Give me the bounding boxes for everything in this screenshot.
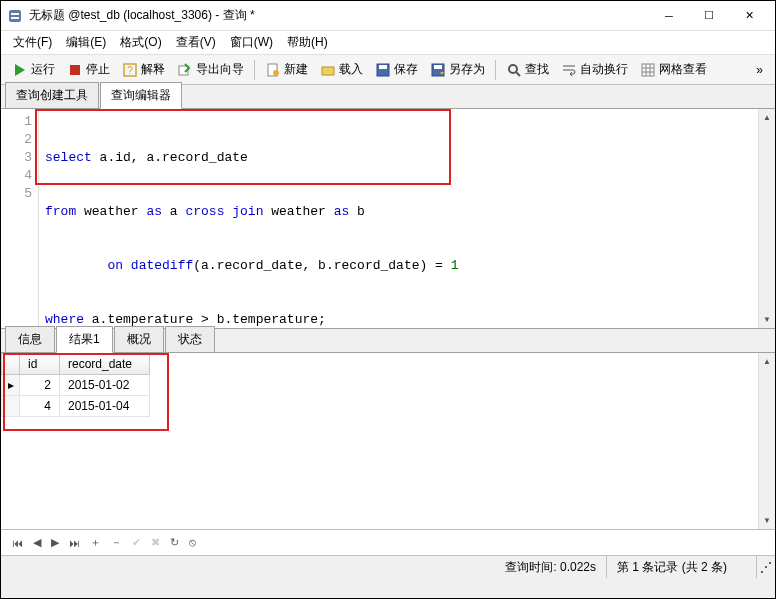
menu-format[interactable]: 格式(O): [114, 32, 167, 53]
nav-stop-icon[interactable]: ⦸: [186, 534, 199, 551]
window-title: 无标题 @test_db (localhost_3306) - 查询 *: [29, 7, 649, 24]
explain-label: 解释: [141, 61, 165, 78]
svg-rect-14: [434, 65, 442, 69]
new-button[interactable]: 新建: [260, 59, 313, 80]
code-area[interactable]: select a.id, a.record_date from weather …: [39, 109, 758, 328]
load-icon: [320, 62, 336, 78]
menu-bar: 文件(F) 编辑(E) 格式(O) 查看(V) 窗口(W) 帮助(H): [1, 31, 775, 55]
svg-rect-4: [70, 65, 80, 75]
nav-cancel-icon[interactable]: ✖: [148, 534, 163, 551]
line-gutter: 12345: [1, 109, 39, 328]
nav-first-icon[interactable]: ⏮: [9, 535, 26, 551]
status-bar: 查询时间: 0.022s 第 1 条记录 (共 2 条) ⋰: [1, 555, 775, 578]
gridview-label: 网格查看: [659, 61, 707, 78]
tab-status[interactable]: 状态: [165, 326, 215, 352]
save-icon: [375, 62, 391, 78]
saveas-icon: [430, 62, 446, 78]
cell-record-date[interactable]: 2015-01-04: [60, 396, 150, 417]
svg-rect-1: [11, 13, 19, 15]
close-button[interactable]: ✕: [729, 2, 769, 30]
scroll-up-icon[interactable]: ▲: [759, 353, 775, 370]
run-button[interactable]: 运行: [7, 59, 60, 80]
minimize-button[interactable]: ─: [649, 2, 689, 30]
wrap-button[interactable]: 自动换行: [556, 59, 633, 80]
nav-delete-icon[interactable]: －: [108, 533, 125, 552]
saveas-label: 另存为: [449, 61, 485, 78]
load-button[interactable]: 载入: [315, 59, 368, 80]
svg-rect-12: [379, 65, 387, 69]
explain-button[interactable]: ?解释: [117, 59, 170, 80]
toolbar-overflow[interactable]: »: [750, 61, 769, 79]
nav-check-icon[interactable]: ✔: [129, 534, 144, 551]
tab-query-builder[interactable]: 查询创建工具: [5, 82, 99, 108]
play-icon: [12, 62, 28, 78]
tab-info[interactable]: 信息: [5, 326, 55, 352]
menu-help[interactable]: 帮助(H): [281, 32, 334, 53]
cell-record-date[interactable]: 2015-01-02: [60, 375, 150, 396]
saveas-button[interactable]: 另存为: [425, 59, 490, 80]
row-indicator: [2, 396, 20, 417]
tab-result1[interactable]: 结果1: [56, 326, 113, 353]
cell-id[interactable]: 4: [20, 396, 60, 417]
svg-rect-2: [11, 17, 19, 19]
col-id[interactable]: id: [20, 354, 60, 375]
new-icon: [265, 62, 281, 78]
scroll-up-icon[interactable]: ▲: [759, 109, 775, 126]
app-icon: [7, 8, 23, 24]
editor-scrollbar[interactable]: ▲ ▼: [758, 109, 775, 328]
stop-icon: [67, 62, 83, 78]
svg-rect-0: [9, 10, 21, 22]
svg-point-15: [509, 65, 517, 73]
resize-grip[interactable]: ⋰: [757, 560, 775, 574]
tab-profile[interactable]: 概况: [114, 326, 164, 352]
table-header-row: id record_date: [2, 354, 150, 375]
svg-point-9: [273, 70, 279, 76]
menu-file[interactable]: 文件(F): [7, 32, 58, 53]
scroll-down-icon[interactable]: ▼: [759, 311, 775, 328]
col-record-date[interactable]: record_date: [60, 354, 150, 375]
wrap-icon: [561, 62, 577, 78]
find-label: 查找: [525, 61, 549, 78]
row-header-corner: [2, 354, 20, 375]
nav-next-icon[interactable]: ▶: [48, 534, 62, 551]
stop-label: 停止: [86, 61, 110, 78]
nav-last-icon[interactable]: ⏭: [66, 535, 83, 551]
toolbar: 运行 停止 ?解释 导出向导 新建 载入 保存 另存为 查找 自动换行 网格查看…: [1, 55, 775, 85]
table-row[interactable]: ▸ 2 2015-01-02: [2, 375, 150, 396]
result-grid[interactable]: id record_date ▸ 2 2015-01-02 4 2015-01-…: [1, 353, 758, 529]
find-button[interactable]: 查找: [501, 59, 554, 80]
table-row[interactable]: 4 2015-01-04: [2, 396, 150, 417]
svg-line-16: [516, 72, 520, 76]
sql-editor[interactable]: 12345 select a.id, a.record_date from we…: [1, 109, 775, 329]
record-nav-bar: ⏮ ◀ ▶ ⏭ ＋ － ✔ ✖ ↻ ⦸: [1, 529, 775, 555]
gridview-button[interactable]: 网格查看: [635, 59, 712, 80]
menu-window[interactable]: 窗口(W): [224, 32, 279, 53]
stop-button[interactable]: 停止: [62, 59, 115, 80]
svg-marker-3: [15, 64, 25, 76]
load-label: 载入: [339, 61, 363, 78]
status-query-time: 查询时间: 0.022s: [495, 556, 607, 578]
cell-id[interactable]: 2: [20, 375, 60, 396]
new-label: 新建: [284, 61, 308, 78]
export-label: 导出向导: [196, 61, 244, 78]
menu-edit[interactable]: 编辑(E): [60, 32, 112, 53]
toolbar-separator: [254, 60, 255, 80]
result-panel: id record_date ▸ 2 2015-01-02 4 2015-01-…: [1, 353, 775, 529]
maximize-button[interactable]: ☐: [689, 2, 729, 30]
run-label: 运行: [31, 61, 55, 78]
nav-prev-icon[interactable]: ◀: [30, 534, 44, 551]
export-wizard-button[interactable]: 导出向导: [172, 59, 249, 80]
grid-icon: [640, 62, 656, 78]
export-icon: [177, 62, 193, 78]
save-button[interactable]: 保存: [370, 59, 423, 80]
menu-view[interactable]: 查看(V): [170, 32, 222, 53]
svg-text:?: ?: [127, 65, 133, 76]
result-scrollbar[interactable]: ▲ ▼: [758, 353, 775, 529]
scroll-down-icon[interactable]: ▼: [759, 512, 775, 529]
nav-add-icon[interactable]: ＋: [87, 533, 104, 552]
toolbar-separator: [495, 60, 496, 80]
tab-query-editor[interactable]: 查询编辑器: [100, 82, 182, 109]
title-bar: 无标题 @test_db (localhost_3306) - 查询 * ─ ☐…: [1, 1, 775, 31]
nav-refresh-icon[interactable]: ↻: [167, 534, 182, 551]
svg-rect-10: [322, 67, 334, 75]
